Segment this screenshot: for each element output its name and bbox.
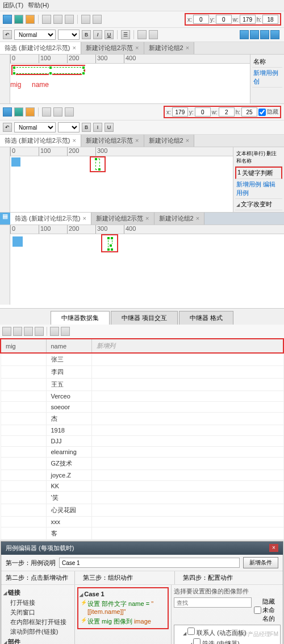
table-row[interactable]: 心灵花园 bbox=[1, 504, 283, 517]
hide-checkbox[interactable] bbox=[258, 109, 266, 116]
tab-filter[interactable]: 筛选 (新建讨论组2示范)× bbox=[10, 213, 91, 225]
bold-button[interactable]: B bbox=[82, 123, 91, 132]
table-row[interactable]: 王五 bbox=[1, 379, 283, 391]
del-row-icon[interactable] bbox=[13, 327, 22, 336]
tool-shape[interactable] bbox=[26, 15, 35, 24]
align-right-icon[interactable] bbox=[65, 15, 74, 24]
table-row[interactable]: xxx bbox=[1, 517, 283, 527]
tab-filter[interactable]: 筛选 (新建讨论组2示范)× bbox=[0, 42, 81, 54]
col-add[interactable]: 新增列 bbox=[91, 339, 283, 353]
tab-dataset[interactable]: 中继器数据集 bbox=[51, 311, 110, 325]
align-left-icon[interactable] bbox=[42, 15, 51, 24]
align-right-icon[interactable] bbox=[65, 107, 74, 117]
tool-select[interactable] bbox=[3, 15, 12, 24]
canvas[interactable] bbox=[10, 156, 233, 190]
x-input[interactable] bbox=[172, 107, 188, 117]
table-row[interactable]: 客 bbox=[1, 527, 283, 540]
table-row[interactable]: elearning bbox=[1, 447, 283, 458]
tab-demo[interactable]: 新建讨论组2示范× bbox=[91, 213, 154, 225]
x-input[interactable] bbox=[193, 15, 209, 24]
tool-widget[interactable] bbox=[14, 15, 23, 24]
add-case-link[interactable]: 新增用例 bbox=[253, 69, 278, 76]
move-down-icon[interactable] bbox=[35, 327, 44, 336]
tab-new[interactable]: 新建讨论组2× bbox=[154, 213, 205, 225]
align-center-icon[interactable] bbox=[53, 15, 62, 24]
table-row[interactable]: 杰 bbox=[1, 413, 283, 425]
selected-textbox[interactable] bbox=[95, 159, 100, 170]
repeater-table[interactable]: mig name 新增列 张三李四王五Verceosoeoor杰1918DJJe… bbox=[0, 338, 284, 540]
move-up-icon[interactable] bbox=[24, 327, 33, 336]
y-input[interactable] bbox=[195, 107, 211, 117]
menu-help[interactable]: 帮助(H) bbox=[28, 1, 49, 10]
tool-select[interactable] bbox=[3, 107, 12, 117]
hide-unnamed-checkbox[interactable] bbox=[254, 606, 261, 614]
forward-icon[interactable] bbox=[260, 30, 269, 39]
align-center-icon[interactable] bbox=[53, 107, 62, 117]
tab-demo[interactable]: 新建讨论组2示范× bbox=[81, 42, 144, 54]
bullet-list-icon[interactable]: ☰ bbox=[121, 30, 130, 39]
style-select[interactable]: Normal bbox=[14, 122, 56, 132]
italic-button[interactable]: I bbox=[93, 30, 102, 39]
y-input[interactable] bbox=[216, 15, 232, 24]
font-size-select[interactable]: 13 bbox=[58, 122, 80, 132]
text-change-event[interactable]: 文字改变时 bbox=[241, 201, 272, 207]
canvas[interactable]: mig name bbox=[10, 64, 250, 103]
tab-new[interactable]: 新建讨论组2× bbox=[144, 135, 195, 147]
distribute-h-icon[interactable] bbox=[81, 15, 90, 24]
underline-button[interactable]: U bbox=[105, 30, 114, 39]
table-row[interactable]: joyce.Z bbox=[1, 470, 283, 481]
tree-filter[interactable]: 筛选 (中继器) bbox=[176, 638, 278, 644]
del-col-icon[interactable] bbox=[61, 327, 70, 336]
add-row-icon[interactable] bbox=[2, 327, 11, 336]
back-icon[interactable] bbox=[250, 30, 259, 39]
backward-icon[interactable] bbox=[270, 30, 279, 39]
fill-color-icon[interactable] bbox=[137, 30, 147, 39]
action-entry-2[interactable]: 设置 mig 图像到 image bbox=[80, 616, 166, 627]
w-input[interactable] bbox=[240, 15, 256, 24]
w-input[interactable] bbox=[219, 107, 235, 117]
italic-button[interactable]: I bbox=[93, 123, 102, 132]
image-widget[interactable] bbox=[12, 236, 23, 247]
col-mig[interactable]: mig bbox=[1, 339, 46, 353]
case-name-input[interactable] bbox=[59, 558, 240, 568]
table-row[interactable]: 张三 bbox=[1, 353, 283, 366]
tab-item-interaction[interactable]: 中继器 项目交互 bbox=[111, 311, 178, 325]
tab-format[interactable]: 中继器 格式 bbox=[179, 311, 233, 325]
selected-widget[interactable] bbox=[108, 238, 112, 250]
add-case-link[interactable]: 新增用例 bbox=[236, 181, 261, 188]
close-button[interactable]: × bbox=[269, 544, 278, 552]
align-left-icon[interactable] bbox=[42, 107, 51, 117]
action-tree[interactable]: 链接 打开链接 关闭窗口 在内部框架打开链接 滚动到部件(链接) 部件 显示/隐… bbox=[1, 585, 75, 644]
menu-group[interactable]: 团队(T) bbox=[3, 1, 23, 10]
close-icon[interactable]: × bbox=[186, 44, 189, 51]
action-open-link[interactable]: 打开链接 bbox=[3, 598, 72, 608]
bold-button[interactable]: B bbox=[82, 30, 91, 39]
selected-widget[interactable] bbox=[14, 67, 84, 74]
distribute-v-icon[interactable] bbox=[93, 15, 102, 24]
find-input[interactable] bbox=[174, 597, 252, 608]
table-row[interactable]: '笑 bbox=[1, 492, 283, 504]
action-entry-1[interactable]: 设置 部件文字 name = "[[item.name]]" bbox=[80, 599, 166, 616]
tab-new[interactable]: 新建讨论组2× bbox=[144, 42, 195, 54]
action-scroll-to[interactable]: 滚动到部件(链接) bbox=[3, 627, 72, 637]
front-icon[interactable] bbox=[240, 30, 249, 39]
image-widget[interactable] bbox=[11, 157, 20, 167]
close-icon[interactable]: × bbox=[73, 44, 76, 51]
line-color-icon[interactable] bbox=[149, 30, 158, 39]
add-col-icon[interactable] bbox=[50, 327, 59, 336]
tool-widget[interactable] bbox=[14, 107, 23, 117]
table-row[interactable]: KK bbox=[1, 481, 283, 492]
col-name[interactable]: name bbox=[46, 339, 91, 353]
tab-demo[interactable]: 新建讨论组2示范× bbox=[81, 135, 144, 147]
underline-button[interactable]: U bbox=[105, 123, 114, 132]
table-row[interactable]: 1918 bbox=[1, 425, 283, 436]
h-input[interactable] bbox=[241, 107, 257, 117]
canvas[interactable] bbox=[10, 234, 284, 308]
table-row[interactable]: 李四 bbox=[1, 366, 283, 379]
tool-shape[interactable] bbox=[26, 107, 35, 117]
undo-icon[interactable]: ↶ bbox=[3, 30, 12, 39]
table-row[interactable]: DJJ bbox=[1, 436, 283, 447]
undo-icon[interactable]: ↶ bbox=[3, 123, 12, 132]
close-icon[interactable]: × bbox=[135, 44, 139, 51]
action-list[interactable]: Case 1 设置 部件文字 name = "[[item.name]]" 设置… bbox=[75, 585, 172, 644]
